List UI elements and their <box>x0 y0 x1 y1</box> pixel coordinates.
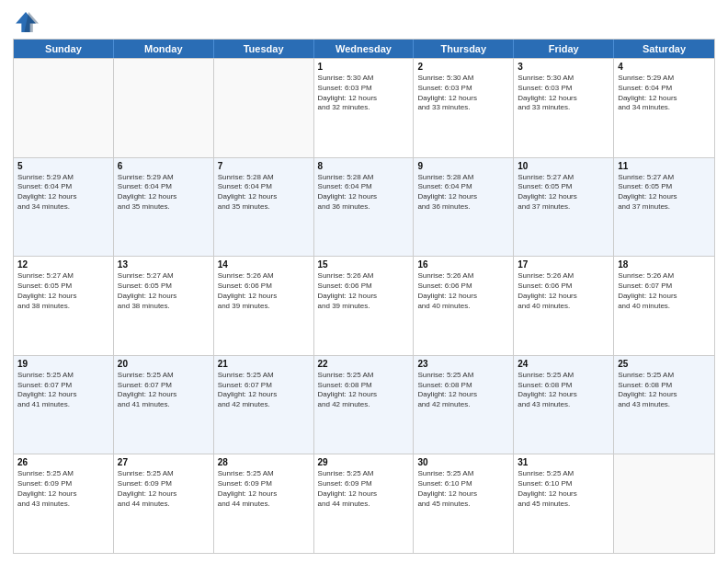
day-number: 23 <box>417 359 509 369</box>
calendar-cell: 25Sunrise: 5:25 AM Sunset: 6:08 PM Dayli… <box>614 356 714 454</box>
day-number: 19 <box>17 359 109 369</box>
weekday-header: Tuesday <box>214 40 314 58</box>
day-number: 24 <box>518 359 609 369</box>
calendar-cell: 30Sunrise: 5:25 AM Sunset: 6:10 PM Dayli… <box>414 454 514 553</box>
day-number: 10 <box>518 161 609 171</box>
day-info: Sunrise: 5:27 AM Sunset: 6:05 PM Dayligh… <box>17 271 109 311</box>
weekday-header: Wednesday <box>314 40 415 58</box>
day-info: Sunrise: 5:25 AM Sunset: 6:09 PM Dayligh… <box>318 469 410 509</box>
day-number: 12 <box>17 259 109 270</box>
calendar-cell: 23Sunrise: 5:25 AM Sunset: 6:08 PM Dayli… <box>414 356 514 454</box>
calendar-cell: 22Sunrise: 5:25 AM Sunset: 6:08 PM Dayli… <box>314 356 415 454</box>
day-info: Sunrise: 5:29 AM Sunset: 6:04 PM Dayligh… <box>618 74 711 113</box>
calendar-row: 19Sunrise: 5:25 AM Sunset: 6:07 PM Dayli… <box>14 355 714 454</box>
day-info: Sunrise: 5:26 AM Sunset: 6:06 PM Dayligh… <box>218 271 310 311</box>
calendar-cell <box>14 59 114 157</box>
calendar-cell: 24Sunrise: 5:25 AM Sunset: 6:08 PM Dayli… <box>514 356 614 454</box>
day-info: Sunrise: 5:26 AM Sunset: 6:06 PM Dayligh… <box>417 271 509 311</box>
day-info: Sunrise: 5:30 AM Sunset: 6:03 PM Dayligh… <box>518 74 609 113</box>
calendar-cell: 21Sunrise: 5:25 AM Sunset: 6:07 PM Dayli… <box>214 356 314 454</box>
calendar-cell: 18Sunrise: 5:26 AM Sunset: 6:07 PM Dayli… <box>614 257 714 355</box>
day-number: 26 <box>17 457 109 467</box>
calendar-cell: 16Sunrise: 5:26 AM Sunset: 6:06 PM Dayli… <box>414 257 514 355</box>
calendar-cell: 27Sunrise: 5:25 AM Sunset: 6:09 PM Dayli… <box>114 454 214 553</box>
day-info: Sunrise: 5:25 AM Sunset: 6:07 PM Dayligh… <box>17 371 109 410</box>
calendar-cell: 15Sunrise: 5:26 AM Sunset: 6:06 PM Dayli… <box>314 257 415 355</box>
calendar: SundayMondayTuesdayWednesdayThursdayFrid… <box>13 39 715 554</box>
calendar-row: 5Sunrise: 5:29 AM Sunset: 6:04 PM Daylig… <box>14 157 714 257</box>
day-number: 15 <box>318 259 410 270</box>
day-number: 22 <box>318 359 410 369</box>
day-info: Sunrise: 5:27 AM Sunset: 6:05 PM Dayligh… <box>518 173 609 213</box>
calendar-cell: 2Sunrise: 5:30 AM Sunset: 6:03 PM Daylig… <box>414 59 514 157</box>
calendar-cell <box>614 454 714 553</box>
day-number: 20 <box>118 359 210 369</box>
calendar-cell: 3Sunrise: 5:30 AM Sunset: 6:03 PM Daylig… <box>514 59 614 157</box>
day-number: 6 <box>118 161 210 171</box>
calendar-cell: 29Sunrise: 5:25 AM Sunset: 6:09 PM Dayli… <box>314 454 415 553</box>
day-number: 13 <box>118 259 210 270</box>
day-info: Sunrise: 5:30 AM Sunset: 6:03 PM Dayligh… <box>318 74 410 113</box>
weekday-header: Thursday <box>414 40 514 58</box>
day-number: 14 <box>218 259 310 270</box>
day-info: Sunrise: 5:26 AM Sunset: 6:07 PM Dayligh… <box>618 271 711 311</box>
day-info: Sunrise: 5:26 AM Sunset: 6:06 PM Dayligh… <box>518 271 609 311</box>
day-number: 2 <box>417 62 509 72</box>
day-info: Sunrise: 5:25 AM Sunset: 6:08 PM Dayligh… <box>518 371 609 410</box>
weekday-header: Friday <box>514 40 614 58</box>
day-info: Sunrise: 5:25 AM Sunset: 6:09 PM Dayligh… <box>17 469 109 509</box>
day-number: 9 <box>417 161 509 171</box>
calendar-row: 26Sunrise: 5:25 AM Sunset: 6:09 PM Dayli… <box>14 454 714 553</box>
calendar-cell: 11Sunrise: 5:27 AM Sunset: 6:05 PM Dayli… <box>614 158 714 257</box>
day-number: 1 <box>318 62 410 72</box>
calendar-cell: 13Sunrise: 5:27 AM Sunset: 6:05 PM Dayli… <box>114 257 214 355</box>
day-number: 11 <box>618 161 711 171</box>
header <box>13 9 715 35</box>
calendar-cell: 26Sunrise: 5:25 AM Sunset: 6:09 PM Dayli… <box>14 454 114 553</box>
calendar-cell: 5Sunrise: 5:29 AM Sunset: 6:04 PM Daylig… <box>14 158 114 257</box>
day-info: Sunrise: 5:26 AM Sunset: 6:06 PM Dayligh… <box>318 271 410 311</box>
day-number: 8 <box>318 161 410 171</box>
day-info: Sunrise: 5:29 AM Sunset: 6:04 PM Dayligh… <box>17 173 109 213</box>
calendar-cell: 7Sunrise: 5:28 AM Sunset: 6:04 PM Daylig… <box>214 158 314 257</box>
weekday-header: Saturday <box>614 40 714 58</box>
calendar-cell: 31Sunrise: 5:25 AM Sunset: 6:10 PM Dayli… <box>514 454 614 553</box>
day-number: 7 <box>218 161 310 171</box>
calendar-cell: 12Sunrise: 5:27 AM Sunset: 6:05 PM Dayli… <box>14 257 114 355</box>
day-info: Sunrise: 5:25 AM Sunset: 6:08 PM Dayligh… <box>618 371 711 410</box>
day-number: 30 <box>417 457 509 467</box>
weekday-header: Sunday <box>14 40 114 58</box>
calendar-cell: 10Sunrise: 5:27 AM Sunset: 6:05 PM Dayli… <box>514 158 614 257</box>
day-info: Sunrise: 5:25 AM Sunset: 6:10 PM Dayligh… <box>518 469 609 509</box>
day-number: 3 <box>518 62 609 72</box>
day-info: Sunrise: 5:28 AM Sunset: 6:04 PM Dayligh… <box>318 173 410 213</box>
day-number: 25 <box>618 359 711 369</box>
calendar-header: SundayMondayTuesdayWednesdayThursdayFrid… <box>14 40 714 58</box>
calendar-body: 1Sunrise: 5:30 AM Sunset: 6:03 PM Daylig… <box>14 58 714 553</box>
weekday-header: Monday <box>114 40 214 58</box>
calendar-row: 12Sunrise: 5:27 AM Sunset: 6:05 PM Dayli… <box>14 256 714 355</box>
day-info: Sunrise: 5:25 AM Sunset: 6:08 PM Dayligh… <box>318 371 410 410</box>
calendar-cell: 8Sunrise: 5:28 AM Sunset: 6:04 PM Daylig… <box>314 158 415 257</box>
day-info: Sunrise: 5:28 AM Sunset: 6:04 PM Dayligh… <box>417 173 509 213</box>
day-info: Sunrise: 5:29 AM Sunset: 6:04 PM Dayligh… <box>118 173 210 213</box>
calendar-cell: 6Sunrise: 5:29 AM Sunset: 6:04 PM Daylig… <box>114 158 214 257</box>
day-number: 4 <box>618 62 711 72</box>
calendar-cell: 20Sunrise: 5:25 AM Sunset: 6:07 PM Dayli… <box>114 356 214 454</box>
day-number: 27 <box>118 457 210 467</box>
day-info: Sunrise: 5:25 AM Sunset: 6:10 PM Dayligh… <box>417 469 509 509</box>
day-info: Sunrise: 5:25 AM Sunset: 6:09 PM Dayligh… <box>118 469 210 509</box>
calendar-cell: 17Sunrise: 5:26 AM Sunset: 6:06 PM Dayli… <box>514 257 614 355</box>
calendar-row: 1Sunrise: 5:30 AM Sunset: 6:03 PM Daylig… <box>14 58 714 157</box>
page: SundayMondayTuesdayWednesdayThursdayFrid… <box>0 0 728 563</box>
day-number: 29 <box>318 457 410 467</box>
day-number: 31 <box>518 457 609 467</box>
calendar-cell <box>114 59 214 157</box>
day-info: Sunrise: 5:25 AM Sunset: 6:08 PM Dayligh… <box>417 371 509 410</box>
calendar-cell: 19Sunrise: 5:25 AM Sunset: 6:07 PM Dayli… <box>14 356 114 454</box>
calendar-cell: 4Sunrise: 5:29 AM Sunset: 6:04 PM Daylig… <box>614 59 714 157</box>
calendar-cell: 9Sunrise: 5:28 AM Sunset: 6:04 PM Daylig… <box>414 158 514 257</box>
logo <box>13 9 40 35</box>
day-info: Sunrise: 5:25 AM Sunset: 6:07 PM Dayligh… <box>218 371 310 410</box>
day-number: 18 <box>618 259 711 270</box>
